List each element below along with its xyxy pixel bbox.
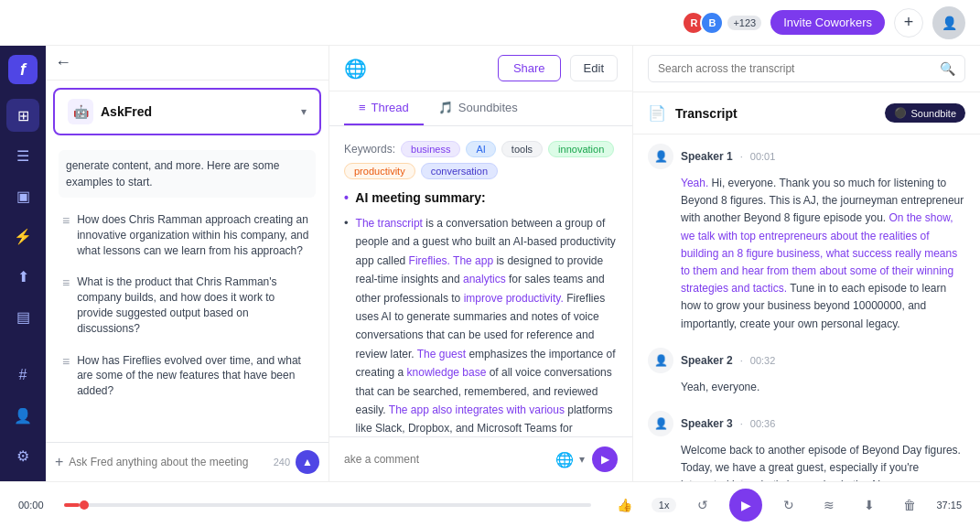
askfred-left: 🤖 AskFred [68, 99, 152, 124]
char-count: 240 [274, 457, 290, 468]
sidebar-item-upload[interactable]: ⬆ [6, 260, 39, 293]
comment-input[interactable] [344, 453, 548, 466]
sidebar-item-home[interactable]: ⊞ [6, 99, 39, 132]
intro-text: generate content, and more. Here are som… [59, 150, 316, 198]
sidebar-item-layout[interactable]: ▣ [6, 179, 39, 212]
share-button[interactable]: Share [498, 55, 561, 81]
soundbites-tab-label: Soundbites [458, 101, 518, 114]
keywords-label: Keywords: [344, 143, 395, 156]
download-button[interactable]: ⬇ [856, 491, 883, 519]
speaker-1-link: On the show, we talk with top entreprene… [681, 211, 957, 295]
comment-send-button[interactable]: ▶ [592, 446, 618, 472]
waveform-button[interactable]: ≋ [815, 491, 843, 519]
sidebar-item-settings[interactable]: ⚙ [6, 439, 39, 472]
askfred-icon: 🤖 [68, 99, 93, 124]
search-icon: 🔍 [940, 61, 955, 76]
speaker-row-3: 👤 Speaker 3 · 00:36 [648, 411, 965, 436]
askfred-chevron-icon[interactable]: ▾ [301, 105, 307, 118]
progress-dot [80, 500, 89, 510]
summary-highlighted-6: knowledge base [407, 366, 487, 379]
suggestion-text-3: How has Fireflies evolved over time, and… [77, 353, 312, 399]
sidebar-item-person[interactable]: 👤 [6, 399, 39, 432]
keyword-business[interactable]: business [401, 141, 460, 157]
comment-icons: 🌐 ▾ [555, 451, 585, 468]
speaker-3-dot: · [740, 418, 743, 429]
center-top-bar: 🌐 Share Edit [329, 46, 632, 91]
avatar-group: R B +123 [687, 11, 761, 35]
keywords-row: Keywords: business AI tools innovation p… [344, 141, 618, 179]
right-top-bar: 🔍 [633, 46, 980, 92]
speaker-2-time: 00:32 [750, 355, 776, 366]
thread-tab-label: Thread [372, 101, 409, 114]
progress-fill [64, 503, 80, 507]
tab-soundbites[interactable]: 🎵 Soundbites [424, 91, 533, 125]
main-layout: f ⊞ ☰ ▣ ⚡ ⬆ ▤ # 👤 ⚙ ← 🤖 AskFred ▾ genera… [0, 46, 980, 481]
keyword-tools[interactable]: tools [501, 141, 543, 157]
soundbite-label: Soundbite [910, 108, 956, 119]
sidebar: f ⊞ ☰ ▣ ⚡ ⬆ ▤ # 👤 ⚙ [0, 46, 46, 481]
speaker-block-1: 👤 Speaker 1 · 00:01 Yeah. Hi, everyone. … [648, 144, 965, 333]
askfred-input[interactable] [69, 456, 267, 468]
keyword-productivity[interactable]: productivity [344, 163, 415, 179]
soundbites-tab-icon: 🎵 [438, 101, 453, 114]
back-button[interactable]: ← [55, 53, 71, 72]
delete-button[interactable]: 🗑 [896, 491, 923, 519]
bullet-icon-2: ≡ [62, 275, 70, 290]
avatar-blue: B [700, 11, 724, 35]
rewind-button[interactable]: ↺ [689, 491, 716, 519]
transcript-title: Transcript [675, 106, 738, 121]
forward-button[interactable]: ↻ [775, 491, 802, 519]
bullet-arrow: • [344, 190, 349, 205]
bullet-icon-3: ≡ [62, 354, 70, 369]
keyword-innovation[interactable]: innovation [548, 141, 614, 157]
chat-area: generate content, and more. Here are som… [46, 143, 328, 442]
suggestion-item-1[interactable]: ≡ How does Chris Ramman approach creatin… [59, 209, 316, 262]
time-start: 00:00 [18, 500, 44, 511]
speaker-3-name: Speaker 3 [681, 417, 733, 430]
keyword-conversation[interactable]: conversation [421, 163, 498, 179]
bullet-dot-icon: • [344, 216, 349, 436]
chevron-down-icon[interactable]: ▾ [579, 453, 585, 466]
soundbite-badge[interactable]: ⚫ Soundbite [885, 103, 965, 123]
suggestion-item-3[interactable]: ≡ How has Fireflies evolved over time, a… [59, 350, 316, 403]
play-button[interactable]: ▶ [729, 489, 762, 522]
tab-thread[interactable]: ≡ Thread [344, 91, 424, 125]
summary-title: • AI meeting summary: [344, 190, 618, 205]
thumbs-up-button[interactable]: 👍 [611, 491, 639, 519]
speed-badge[interactable]: 1x [652, 498, 677, 512]
sidebar-item-menu[interactable]: ▤ [6, 300, 39, 333]
askfred-title: AskFred [101, 104, 152, 119]
send-button[interactable]: ▲ [296, 450, 319, 474]
askfred-panel: 🤖 AskFred ▾ [53, 88, 321, 135]
summary-text: The transcript is a conversation between… [356, 214, 618, 436]
speaker-2-name: Speaker 2 [681, 354, 733, 367]
speaker-1-time: 00:01 [750, 151, 776, 162]
summary-title-text: AI meeting summary: [355, 190, 485, 205]
emoji-icon[interactable]: 🌐 [555, 451, 574, 468]
user-avatar[interactable]: 👤 [932, 6, 965, 39]
center-panel: 🌐 Share Edit ≡ Thread 🎵 Soundbites Keywo… [329, 46, 632, 481]
speaker-1-avatar: 👤 [648, 144, 673, 169]
sidebar-item-hash[interactable]: # [6, 359, 39, 392]
attach-icon[interactable]: + [55, 454, 63, 470]
logo: f [8, 55, 38, 84]
time-end: 37:15 [936, 500, 962, 511]
speaker-2-avatar: 👤 [648, 348, 673, 373]
suggestion-item-2[interactable]: ≡ What is the product that Chris Ramman'… [59, 271, 316, 339]
speaker-1-text: Yeah. Hi, everyone. Thank you so much fo… [648, 175, 965, 333]
keyword-ai[interactable]: AI [466, 141, 495, 157]
summary-highlighted-7: The app also integrates with various [389, 403, 565, 416]
add-button[interactable]: + [894, 8, 923, 38]
sidebar-item-list[interactable]: ☰ [6, 139, 39, 172]
invite-coworkers-button[interactable]: Invite Coworkers [770, 10, 885, 35]
speaker-1-yeah: Yeah. [681, 177, 708, 189]
speaker-row-2: 👤 Speaker 2 · 00:32 [648, 348, 965, 373]
progress-track[interactable] [64, 503, 591, 507]
sidebar-item-flash[interactable]: ⚡ [6, 220, 39, 253]
edit-button[interactable]: Edit [570, 55, 618, 81]
summary-highlighted-1: The transcript [356, 217, 423, 230]
transcript-header: 📄 Transcript ⚫ Soundbite [633, 92, 980, 134]
thread-tab-icon: ≡ [359, 101, 366, 114]
search-input[interactable] [658, 62, 934, 75]
left-panel: ← 🤖 AskFred ▾ generate content, and more… [46, 46, 329, 481]
